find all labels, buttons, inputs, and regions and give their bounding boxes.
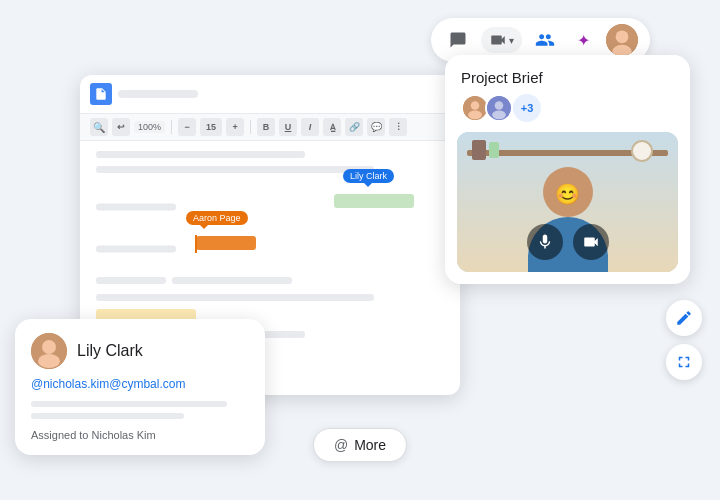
meet-title: Project Brief xyxy=(461,69,543,86)
aaron-bar xyxy=(196,236,256,250)
at-symbol: @ xyxy=(334,437,348,453)
lily-card: Lily Clark @nicholas.kim@cymbal.com Assi… xyxy=(15,319,265,455)
minus-btn[interactable]: − xyxy=(178,118,196,136)
zoom-level[interactable]: 100% xyxy=(134,121,165,133)
italic-btn[interactable]: I xyxy=(301,118,319,136)
lily-card-header: Lily Clark xyxy=(31,333,249,369)
aaron-label xyxy=(96,246,176,253)
lily-email[interactable]: @nicholas.kim@cymbal.com xyxy=(31,377,249,391)
avatar-row: +3 xyxy=(445,94,690,132)
aaron-page-tag: Aaron Page xyxy=(186,211,248,225)
lily-gantt-row: Lily Clark xyxy=(96,189,444,225)
undo-btn[interactable]: ↩ xyxy=(112,118,130,136)
docs-logo xyxy=(90,83,112,105)
lily-avatar xyxy=(31,333,67,369)
lily-clark-tag: Lily Clark xyxy=(343,169,394,183)
lily-lines xyxy=(31,401,249,419)
svg-point-7 xyxy=(495,101,504,110)
meet-panel: Project Brief +3 😊 xyxy=(445,55,690,284)
gantt-extra-lines xyxy=(96,277,444,284)
docs-toolbar-row: 🔍 ↩ 100% − 15 + B U I A̲ 🔗 💬 ⋮ xyxy=(80,114,460,141)
line-b xyxy=(172,277,292,284)
lily-label xyxy=(96,204,176,211)
camera-chevron[interactable]: ▾ xyxy=(509,35,514,46)
svg-point-8 xyxy=(492,111,506,120)
svg-point-5 xyxy=(468,111,482,120)
more-button[interactable]: @ More xyxy=(313,428,407,462)
bold-btn[interactable]: B xyxy=(257,118,275,136)
avatar-count: +3 xyxy=(513,94,541,122)
docs-header xyxy=(80,75,460,114)
expand-icon-btn[interactable] xyxy=(666,344,702,380)
comment-btn[interactable]: 💬 xyxy=(367,118,385,136)
link-btn[interactable]: 🔗 xyxy=(345,118,363,136)
lily-name: Lily Clark xyxy=(77,342,143,360)
toolbar-sep-1 xyxy=(171,120,172,134)
cam-btn[interactable] xyxy=(573,224,609,260)
person-head: 😊 xyxy=(543,167,593,217)
aaron-gantt-row: Aaron Page xyxy=(96,229,444,269)
pencil-icon-btn[interactable] xyxy=(666,300,702,336)
meet-video: 😊 xyxy=(457,132,678,272)
svg-point-11 xyxy=(38,354,60,368)
zoom-out-btn[interactable]: 🔍 xyxy=(90,118,108,136)
docs-title xyxy=(118,90,198,98)
lily-bar xyxy=(334,194,414,208)
content-line-2 xyxy=(96,166,374,173)
meet-controls xyxy=(527,224,609,260)
chat-icon-btn[interactable] xyxy=(443,25,473,55)
edit-icons xyxy=(666,300,702,380)
face: 😊 xyxy=(555,182,580,206)
lily-line-1 xyxy=(31,401,227,407)
lily-line-2 xyxy=(31,413,184,419)
shelf-item-2 xyxy=(489,142,499,158)
sparkle-icon-btn[interactable]: ✦ xyxy=(568,25,598,55)
shelf-item-1 xyxy=(472,140,486,160)
gantt-area: Lily Clark Aaron Page xyxy=(80,181,460,284)
plus-btn[interactable]: + xyxy=(226,118,244,136)
strikethrough-btn[interactable]: A̲ xyxy=(323,118,341,136)
clock xyxy=(631,140,653,162)
content-line-1 xyxy=(96,151,305,158)
font-size[interactable]: 15 xyxy=(200,118,222,136)
mic-btn[interactable] xyxy=(527,224,563,260)
people-icon-btn[interactable] xyxy=(530,25,560,55)
underline-btn[interactable]: U xyxy=(279,118,297,136)
docs-content-top xyxy=(80,141,460,173)
toolbar-sep-2 xyxy=(250,120,251,134)
user-avatar[interactable] xyxy=(606,24,638,56)
camera-btn[interactable]: ▾ xyxy=(481,27,522,53)
more-label: More xyxy=(354,437,386,453)
meet-header: Project Brief xyxy=(445,55,690,94)
svg-point-1 xyxy=(616,30,629,43)
lily-assigned: Assigned to Nicholas Kim xyxy=(31,429,249,441)
line-a xyxy=(96,277,166,284)
avatar-2 xyxy=(485,94,513,122)
more-options-btn[interactable]: ⋮ xyxy=(389,118,407,136)
svg-point-10 xyxy=(42,340,56,354)
bottom-line-1 xyxy=(96,294,374,301)
svg-point-4 xyxy=(471,101,480,110)
